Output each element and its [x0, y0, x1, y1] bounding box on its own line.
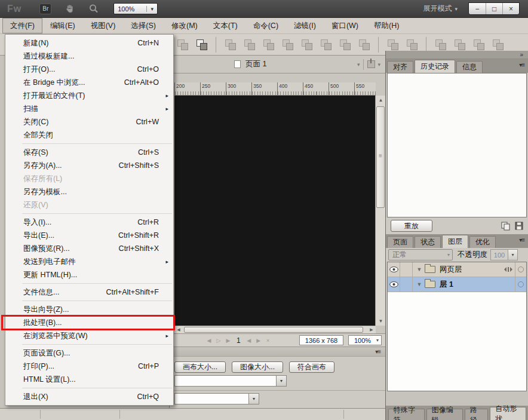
vertical-scroll-thumb[interactable]: [376, 106, 385, 208]
scroll-up-icon[interactable]: ▲: [376, 96, 385, 105]
file-menu-item[interactable]: 打印(P)... Ctrl+P ▸: [5, 360, 173, 373]
file-menu-item[interactable]: 保存(S) Ctrl+S ▸: [5, 146, 173, 159]
flip-horizontal-icon[interactable]: [472, 38, 486, 51]
panel-tab[interactable]: 自动形状: [490, 407, 526, 420]
file-menu-item[interactable]: 打开(O)... Ctrl+O ▸: [5, 63, 173, 76]
file-menu-item[interactable]: 页面设置(G)... ▸: [5, 347, 173, 360]
file-menu-item[interactable]: 发送到电子邮件 ▸: [5, 255, 173, 268]
file-menu-item[interactable]: 扫描 ▸: [5, 102, 173, 115]
file-menu-item[interactable]: 导出向导(Z)... ▸: [5, 303, 173, 316]
panel-menu-icon[interactable]: ▾≡: [519, 62, 524, 68]
file-menu-item[interactable]: 批处理(B)... ▸: [5, 316, 173, 329]
file-menu-item[interactable]: ▸: [5, 299, 173, 303]
blend-mode-dropdown[interactable]: 正常 ▾: [388, 249, 453, 260]
file-menu-item[interactable]: ▸: [5, 142, 173, 146]
panel-tab[interactable]: 对齐: [387, 61, 413, 73]
group-icon[interactable]: [300, 38, 314, 51]
opacity-slider-icon[interactable]: ▾: [508, 249, 518, 260]
layer-select-circle[interactable]: [518, 266, 524, 272]
file-menu-item[interactable]: 导入(I)... Ctrl+R ▸: [5, 216, 173, 229]
file-menu-item[interactable]: 保存所有(L) ▸: [5, 172, 173, 185]
file-menu-item[interactable]: 退出(X) Ctrl+Q ▸: [5, 390, 173, 403]
align-edges-icon[interactable]: [224, 38, 237, 51]
play-icon[interactable]: ▷: [214, 338, 223, 344]
properties-button[interactable]: 符合画布: [289, 361, 334, 373]
panel-tab[interactable]: 路径: [465, 409, 488, 420]
properties-button[interactable]: 图像大小...: [232, 361, 283, 373]
menu-bar-item[interactable]: 命令(C): [245, 18, 286, 33]
scale-icon[interactable]: [434, 38, 447, 51]
chevron-down-icon[interactable]: ▾: [377, 62, 380, 68]
transform-icon[interactable]: [453, 38, 466, 51]
layer-expand-icon[interactable]: ▼: [415, 266, 423, 272]
scroll-down-icon[interactable]: ▼: [376, 317, 385, 326]
层 1[interactable]: ▼ 层 1: [388, 277, 526, 292]
first-state-icon[interactable]: ◀: [204, 338, 214, 344]
file-menu-item[interactable]: ▸: [5, 281, 173, 286]
file-menu-item[interactable]: ▸: [5, 386, 173, 390]
punch-icon[interactable]: [281, 38, 294, 51]
horizontal-scroll-thumb[interactable]: [184, 327, 363, 333]
canvas-size-indicator[interactable]: 1366 x 768: [299, 335, 343, 345]
paste-icon[interactable]: [195, 38, 208, 51]
file-menu-item[interactable]: 导出(E)... Ctrl+Shift+R ▸: [5, 229, 173, 242]
file-menu-item[interactable]: 还原(V) ▸: [5, 198, 173, 211]
file-menu-item[interactable]: 更新 HTML(H)... ▸: [5, 268, 173, 281]
last-state-icon[interactable]: ▶: [223, 338, 233, 344]
menu-bar-item[interactable]: 修改(M): [164, 18, 205, 33]
file-menu-item[interactable]: 在浏览器中预览(W) ▸: [5, 329, 173, 342]
menu-bar-item[interactable]: 帮助(H): [366, 18, 407, 33]
history-list[interactable]: [387, 73, 527, 217]
new-window-icon[interactable]: [176, 38, 189, 51]
toolbar-icon[interactable]: [377, 38, 380, 51]
panel-tab[interactable]: 信息: [456, 61, 483, 73]
default-export-dropdown[interactable]: ▾: [174, 393, 259, 404]
bridge-icon[interactable]: Br: [39, 4, 51, 14]
网页层[interactable]: ▼ 网页层: [388, 262, 526, 277]
menu-bar-item[interactable]: 视图(V): [83, 18, 124, 33]
redraw-path-icon[interactable]: [386, 38, 400, 51]
file-menu-item[interactable]: 打开最近的文件(T) ▸: [5, 89, 173, 102]
close-button[interactable]: ×: [502, 3, 519, 14]
file-menu-item[interactable]: 关闭(C) Ctrl+W ▸: [5, 115, 173, 128]
file-menu-item[interactable]: 通过模板新建... ▸: [5, 50, 173, 63]
exit-preview-icon[interactable]: ×: [263, 338, 273, 344]
panel-menu-icon[interactable]: ▾≡: [519, 237, 524, 243]
chevron-down-icon[interactable]: ▾: [357, 62, 360, 68]
arrange-icon[interactable]: [358, 38, 371, 51]
layer-expand-icon[interactable]: ▼: [415, 281, 423, 287]
panel-tab[interactable]: 优化: [469, 236, 496, 248]
magnification-combo[interactable]: 100% ▾: [113, 3, 158, 14]
menu-bar-item[interactable]: 文件(F): [2, 18, 42, 33]
file-menu-item[interactable]: 图像预览(R)... Ctrl+Shift+X ▸: [5, 242, 173, 255]
hand-tool-icon[interactable]: [65, 4, 75, 14]
panel-tab[interactable]: 历史记录: [415, 60, 455, 73]
file-menu-item[interactable]: 另存为(A)... Ctrl+Shift+S ▸: [5, 159, 173, 172]
zoom-level-control[interactable]: 100% ▾: [348, 335, 382, 345]
maximize-button[interactable]: □: [486, 3, 502, 14]
opacity-value-field[interactable]: 100: [490, 249, 508, 260]
chevron-down-icon[interactable]: ▾: [248, 394, 259, 404]
union-icon[interactable]: [262, 38, 275, 51]
vertical-scrollbar[interactable]: ▲ ▼: [375, 96, 385, 326]
layer-select-circle[interactable]: [518, 281, 524, 287]
layer-lock-cell[interactable]: [400, 277, 413, 292]
zoom-tool-icon[interactable]: [88, 4, 99, 14]
menu-bar-item[interactable]: 窗口(W): [324, 18, 366, 33]
bring-front-icon[interactable]: [320, 38, 333, 51]
menu-bar-item[interactable]: 滤镜(I): [286, 18, 324, 33]
canvas[interactable]: [174, 96, 376, 326]
menu-bar-item[interactable]: 编辑(E): [42, 18, 83, 33]
workspace-mode-switcher[interactable]: 展开模式 ▾: [423, 4, 458, 14]
chevron-down-icon[interactable]: ▾: [146, 6, 157, 12]
file-menu-item[interactable]: 文件信息... Ctrl+Alt+Shift+F ▸: [5, 286, 173, 299]
menu-bar-item[interactable]: 文本(T): [205, 18, 245, 33]
scroll-left-icon[interactable]: ◀: [174, 326, 183, 333]
send-back-icon[interactable]: [339, 38, 352, 51]
save-steps-icon[interactable]: [515, 222, 523, 230]
chevron-down-icon[interactable]: ▾: [276, 376, 286, 386]
minimize-button[interactable]: −: [469, 3, 486, 14]
copy-steps-icon[interactable]: [501, 222, 510, 231]
scroll-right-icon[interactable]: ▶: [367, 326, 376, 333]
file-menu-item[interactable]: HTML 设置(L)... ▸: [5, 373, 173, 386]
